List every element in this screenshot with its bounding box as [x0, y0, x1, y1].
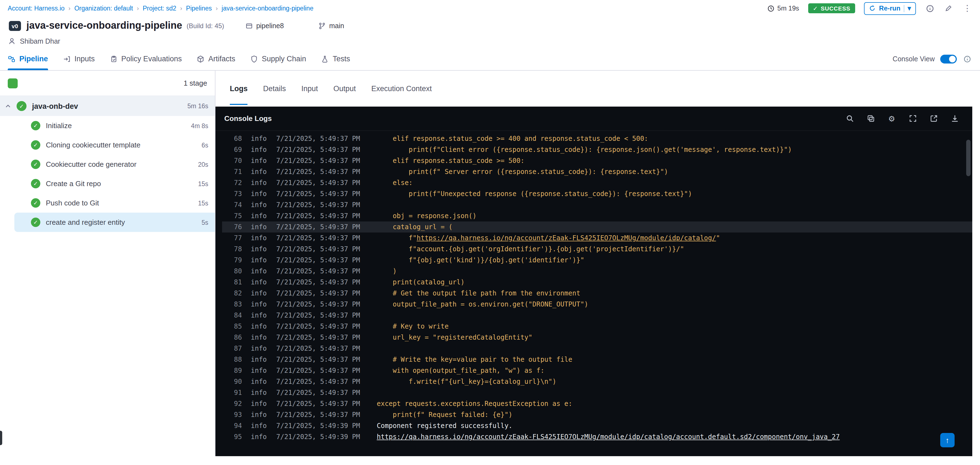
tab-execution-context[interactable]: Execution Context: [371, 71, 432, 106]
log-text: obj = response.json(): [377, 210, 476, 221]
log-timestamp: 7/21/2025, 5:49:37 PM: [276, 299, 370, 310]
tab-inputs[interactable]: Inputs: [63, 48, 95, 70]
stage-minimap-node[interactable]: [8, 78, 18, 88]
drawer-handle[interactable]: [0, 431, 2, 445]
breadcrumb-account[interactable]: Account: Harness.io: [8, 5, 65, 12]
tab-supply-chain[interactable]: Supply Chain: [250, 48, 306, 70]
tab-artifacts[interactable]: Artifacts: [197, 48, 235, 70]
console-view-toggle[interactable]: [940, 54, 957, 63]
log-text: https://qa.harness.io/ng/account/zEaak-F…: [377, 431, 840, 442]
breadcrumb-current-pipeline[interactable]: java-service-onboarding-pipeline: [221, 5, 313, 12]
log-text: Component registered successfully.: [377, 420, 512, 431]
log-line-number: 90: [222, 376, 242, 387]
log-line: 75info7/21/2025, 5:49:37 PM obj = respon…: [222, 210, 972, 221]
chevron-up-icon[interactable]: [3, 102, 12, 110]
log-timestamp: 7/21/2025, 5:49:37 PM: [276, 244, 370, 255]
step-label: Initialize: [46, 122, 72, 130]
tab-input[interactable]: Input: [301, 71, 318, 106]
console-logs-panel: Console Logs ⚙: [215, 106, 972, 456]
main-tab-bar: Pipeline Inputs Policy Evaluations Artif…: [0, 48, 980, 71]
execution-detail-pane: Logs Details Input Output Execution Cont…: [215, 71, 980, 456]
log-text: elif response.status_code >= 500:: [377, 155, 525, 166]
tab-tests[interactable]: Tests: [321, 48, 350, 70]
divider: [904, 5, 904, 12]
scroll-to-top-button[interactable]: ↑: [940, 433, 955, 448]
check-icon: ✓: [813, 5, 818, 12]
search-icon[interactable]: [845, 114, 854, 123]
step-create-a-git-repo[interactable]: ✓Create a Git repo15s: [0, 174, 215, 193]
log-line: 86info7/21/2025, 5:49:37 PM url_key = "r…: [222, 332, 972, 343]
tab-output[interactable]: Output: [333, 71, 356, 106]
pipeline-tag-chip[interactable]: pipeline8: [245, 22, 284, 30]
arrow-up-icon: ↑: [945, 436, 949, 444]
pipeline-header: v0 java-service-onboarding-pipeline (Bui…: [0, 17, 980, 45]
log-level: info: [251, 387, 270, 398]
log-level: info: [251, 144, 270, 155]
settings-gear-icon[interactable]: ⚙: [887, 114, 896, 123]
log-line: 74info7/21/2025, 5:49:37 PM: [222, 199, 972, 210]
stage-count-row: 1 stage: [0, 71, 215, 96]
log-level: info: [251, 155, 270, 166]
tab-logs[interactable]: Logs: [230, 71, 248, 106]
stage-success-icon: ✓: [17, 101, 27, 111]
step-cloning-cookiecutter-template[interactable]: ✓Cloning cookiecutter template6s: [0, 135, 215, 155]
download-icon[interactable]: [950, 114, 959, 123]
tab-details[interactable]: Details: [263, 71, 286, 106]
fullscreen-icon[interactable]: [908, 114, 917, 123]
log-level: info: [251, 431, 270, 442]
step-initialize[interactable]: ✓Initialize4m 8s: [0, 116, 215, 135]
tab-pipeline[interactable]: Pipeline: [8, 48, 48, 70]
edit-pencil-icon[interactable]: [943, 3, 953, 13]
log-level: info: [251, 233, 270, 244]
info-icon[interactable]: [925, 3, 935, 13]
step-create-and-register-entity[interactable]: ✓create and register entity5s: [14, 213, 215, 232]
stage-duration: 5m 16s: [188, 103, 208, 110]
log-level: info: [251, 321, 270, 332]
rerun-button[interactable]: Re-run ▾: [864, 2, 916, 14]
log-text: except requests.exceptions.RequestExcept…: [377, 398, 572, 409]
log-line-number: 95: [222, 431, 242, 442]
step-push-code-to-git[interactable]: ✓Push code to Git15s: [0, 193, 215, 213]
breadcrumb-pipelines[interactable]: Pipelines: [186, 5, 212, 12]
log-text: # Write the key=value pair to the output…: [377, 354, 572, 365]
log-line-number: 69: [222, 144, 242, 155]
log-line: 81info7/21/2025, 5:49:37 PM print(catalo…: [222, 277, 972, 288]
execution-duration: 5m 19s: [767, 5, 799, 12]
log-text: print(f"Client error ({response.status_c…: [377, 144, 792, 155]
log-level: info: [251, 210, 270, 221]
log-timestamp: 7/21/2025, 5:49:37 PM: [276, 144, 370, 155]
copy-icon[interactable]: [866, 114, 875, 123]
log-line: 88info7/21/2025, 5:49:37 PM # Write the …: [222, 354, 972, 365]
console-scrollbar[interactable]: [966, 140, 970, 176]
log-level: info: [251, 244, 270, 255]
breadcrumb-separator-icon: ›: [180, 5, 182, 12]
stage-row-java-onb-dev[interactable]: ✓ java-onb-dev 5m 16s: [0, 96, 215, 116]
log-timestamp: 7/21/2025, 5:49:37 PM: [276, 409, 370, 420]
log-level: info: [251, 188, 270, 199]
chevron-down-icon[interactable]: ▾: [908, 5, 911, 12]
console-view-info-icon[interactable]: [963, 54, 972, 64]
step-cookiecutter-code-generator[interactable]: ✓Cookiecutter code generator20s: [0, 155, 215, 174]
log-level: info: [251, 255, 270, 266]
log-line: 85info7/21/2025, 5:49:37 PM # Key to wri…: [222, 321, 972, 332]
user-name: Shibam Dhar: [20, 37, 60, 45]
kebab-menu-icon[interactable]: ⋮: [963, 3, 972, 13]
execution-sidebar: 1 stage ✓ java-onb-dev 5m 16s ✓Initializ…: [0, 71, 215, 456]
log-line-number: 82: [222, 288, 242, 299]
log-link[interactable]: https://qa.harness.io/ng/account/zEaak-F…: [417, 234, 716, 242]
tab-policy-evaluations[interactable]: Policy Evaluations: [110, 48, 182, 70]
branch-chip[interactable]: main: [318, 22, 344, 30]
step-label: Cookiecutter code generator: [46, 160, 137, 168]
log-link[interactable]: https://qa.harness.io/ng/account/zEaak-F…: [377, 433, 840, 441]
log-level: info: [251, 277, 270, 288]
breadcrumb-organization[interactable]: Organization: default: [74, 5, 133, 12]
log-line-number: 70: [222, 155, 242, 166]
log-timestamp: 7/21/2025, 5:49:37 PM: [276, 133, 370, 144]
breadcrumb-project[interactable]: Project: sd2: [143, 5, 176, 12]
log-line-number: 84: [222, 310, 242, 321]
log-timestamp: 7/21/2025, 5:49:37 PM: [276, 155, 370, 166]
log-line-number: 83: [222, 299, 242, 310]
log-line-number: 73: [222, 188, 242, 199]
open-in-new-icon[interactable]: [929, 114, 938, 123]
log-line-number: 81: [222, 277, 242, 288]
